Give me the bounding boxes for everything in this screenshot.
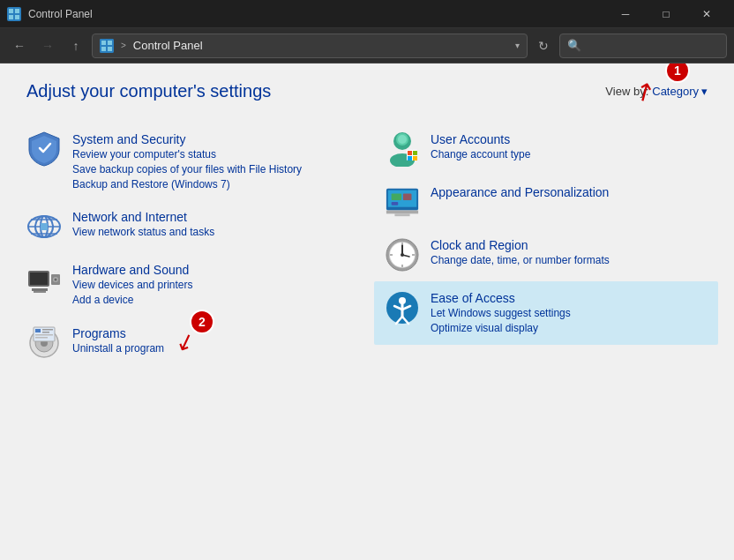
ease-of-access-name[interactable]: Ease of Access (431, 291, 515, 305)
svg-rect-29 (42, 329, 53, 331)
viewby-value: Category (652, 85, 699, 98)
navigation-bar: ← → ↑ > Control Panel ▾ ↻ 🔍 (0, 28, 734, 63)
ease-of-access-info: Ease of Access Let Windows suggest setti… (431, 290, 708, 336)
svg-rect-6 (101, 41, 106, 45)
clock-icon (385, 237, 420, 273)
user-accounts-link-1[interactable]: Change account type (431, 147, 708, 162)
address-dropdown-button[interactable]: ▾ (515, 41, 520, 50)
svg-rect-38 (408, 151, 412, 155)
programs-name[interactable]: Programs (72, 326, 126, 340)
refresh-button[interactable]: ↻ (531, 34, 556, 58)
address-separator: > (121, 41, 126, 50)
category-network: Network and Internet View network status… (26, 200, 349, 253)
address-text: Control Panel (133, 39, 508, 52)
page-title: Adjust your computer's settings (26, 81, 271, 101)
settings-grid: System and Security Review your computer… (26, 123, 708, 370)
annotation-arrow-1: ↗ (628, 74, 660, 109)
hardware-link-1[interactable]: View devices and printers (72, 278, 349, 293)
viewby-arrow-icon: ▾ (701, 85, 708, 98)
system-security-icon (26, 131, 62, 167)
system-security-link-2[interactable]: Save backup copies of your files with Fi… (72, 162, 349, 177)
category-ease-of-access: Ease of Access Let Windows suggest setti… (374, 281, 718, 345)
appearance-icon (385, 184, 420, 220)
svg-rect-23 (34, 291, 46, 293)
category-hardware: Hardware and Sound View devices and prin… (26, 253, 349, 317)
view-by-control: View by: Category ▾ ↗ 1 (605, 85, 708, 98)
ease-of-access-link-2[interactable]: Optimize visual display (431, 321, 708, 336)
system-security-info: System and Security Review your computer… (72, 131, 349, 191)
close-button[interactable]: ✕ (686, 0, 727, 28)
svg-rect-45 (394, 213, 409, 216)
svg-rect-41 (413, 156, 417, 161)
svg-point-21 (55, 279, 57, 281)
svg-rect-40 (408, 156, 412, 161)
main-content: Adjust your computer's settings View by:… (0, 63, 734, 560)
svg-rect-28 (35, 329, 41, 332)
svg-point-54 (401, 253, 404, 257)
clock-link-1[interactable]: Change date, time, or number formats (431, 253, 708, 268)
network-link-1[interactable]: View network status and tasks (72, 225, 349, 240)
svg-rect-22 (32, 288, 48, 291)
address-bar[interactable]: > Control Panel ▾ (92, 34, 528, 58)
search-icon: 🔍 (567, 39, 581, 52)
category-appearance: Appearance and Personalization (385, 175, 708, 228)
network-icon (26, 209, 62, 244)
clock-name[interactable]: Clock and Region (431, 238, 528, 252)
user-accounts-name[interactable]: User Accounts (431, 132, 510, 146)
address-bar-icon (100, 39, 114, 53)
hardware-info: Hardware and Sound View devices and prin… (72, 262, 349, 308)
svg-rect-9 (108, 47, 112, 51)
category-user-accounts: User Accounts Change account type (385, 123, 708, 175)
category-clock: Clock and Region Change date, time, or n… (385, 228, 708, 281)
appearance-info: Appearance and Personalization (431, 184, 708, 200)
minimize-button[interactable]: ─ (605, 0, 646, 28)
back-button[interactable]: ← (7, 34, 32, 58)
svg-rect-2 (15, 9, 19, 13)
network-name[interactable]: Network and Internet (72, 210, 187, 224)
svg-point-36 (398, 135, 407, 144)
svg-rect-44 (386, 211, 418, 214)
programs-link-1[interactable]: Uninstall a program (72, 341, 349, 356)
category-system-security: System and Security Review your computer… (26, 123, 349, 200)
viewby-dropdown[interactable]: Category ▾ (652, 85, 708, 98)
appearance-name[interactable]: Appearance and Personalization (431, 185, 609, 199)
svg-rect-4 (15, 15, 19, 19)
programs-icon (26, 325, 62, 361)
svg-rect-1 (9, 9, 13, 13)
right-column: User Accounts Change account type (385, 123, 708, 370)
system-security-name[interactable]: System and Security (72, 132, 185, 146)
maximize-button[interactable]: □ (646, 0, 686, 28)
svg-rect-46 (392, 193, 401, 200)
ease-of-access-icon (385, 290, 420, 325)
hardware-icon (26, 262, 62, 297)
svg-rect-48 (392, 202, 399, 205)
svg-rect-32 (35, 337, 48, 339)
search-bar[interactable]: 🔍 (559, 34, 727, 58)
svg-rect-16 (41, 223, 48, 230)
system-security-link-1[interactable]: Review your computer's status (72, 147, 349, 162)
system-security-link-3[interactable]: Backup and Restore (Windows 7) (72, 177, 349, 192)
programs-wrapper: Programs Uninstall a program 2 ↗ (26, 317, 349, 370)
up-button[interactable]: ↑ (64, 34, 88, 58)
left-column: System and Security Review your computer… (26, 123, 349, 370)
network-info: Network and Internet View network status… (72, 209, 349, 240)
window-title: Control Panel (28, 8, 605, 20)
window-controls: ─ □ ✕ (605, 0, 727, 28)
ease-of-access-link-1[interactable]: Let Windows suggest settings (431, 306, 708, 321)
svg-rect-30 (42, 332, 49, 333)
window-icon (7, 7, 21, 21)
svg-rect-3 (9, 15, 13, 19)
svg-rect-8 (101, 47, 106, 51)
forward-button[interactable]: → (35, 34, 60, 58)
title-bar: Control Panel ─ □ ✕ (0, 0, 734, 28)
svg-rect-7 (108, 41, 112, 45)
annotation-badge-1: 1 (665, 63, 690, 83)
user-accounts-icon (385, 131, 420, 167)
hardware-name[interactable]: Hardware and Sound (72, 263, 189, 277)
annotation-badge-2: 2 (190, 310, 214, 334)
clock-info: Clock and Region Change date, time, or n… (431, 237, 708, 268)
user-accounts-info: User Accounts Change account type (431, 131, 708, 162)
svg-rect-18 (30, 273, 48, 285)
svg-rect-31 (35, 334, 53, 336)
hardware-link-2[interactable]: Add a device (72, 293, 349, 308)
